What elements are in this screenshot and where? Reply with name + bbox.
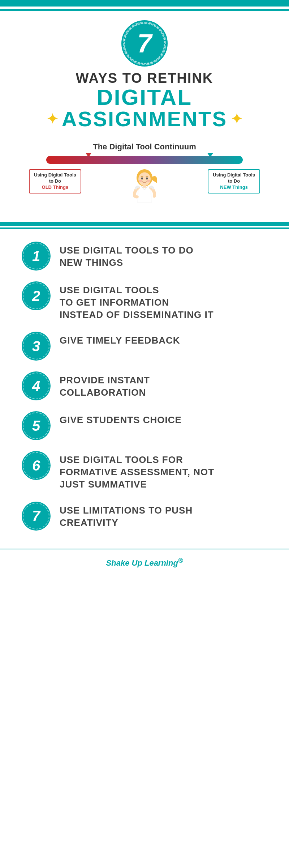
item-text-3: GIVE TIMELY FEEDBACK bbox=[60, 332, 180, 347]
item-number-1: 1 bbox=[32, 248, 40, 264]
digital-heading: DIGITAL bbox=[22, 86, 267, 109]
svg-point-2 bbox=[141, 177, 143, 179]
shake-up-learning-label: Shake Up Learning® bbox=[106, 558, 183, 567]
item-text-7: USE LIMITATIONS TO PUSHCREATIVITY bbox=[60, 502, 193, 529]
new-accent: NEW Things bbox=[220, 184, 248, 190]
item-circle-1: 1 bbox=[22, 242, 51, 271]
item-text-4: PROVIDE INSTANTCOLLABORATION bbox=[60, 371, 150, 399]
item-circle-6: 6 bbox=[22, 451, 51, 480]
brand-text: Shake Up Learning® bbox=[7, 557, 282, 568]
continuum-title: The Digital Tool Continuum bbox=[22, 142, 267, 152]
svg-point-6 bbox=[134, 195, 139, 198]
item-number-4: 4 bbox=[32, 378, 40, 394]
item-number-3: 3 bbox=[32, 338, 40, 354]
item-number-6: 6 bbox=[32, 458, 40, 474]
item-number-5: 5 bbox=[32, 418, 40, 434]
main-number-circle: 7 bbox=[123, 22, 166, 65]
item-number-7: 7 bbox=[32, 508, 40, 524]
list-section: 1 USE DIGITAL TOOLS TO DONEW THINGS 2 US… bbox=[0, 234, 289, 549]
top-bars bbox=[0, 0, 289, 11]
list-item: 5 GIVE STUDENTS CHOICE bbox=[22, 411, 267, 440]
list-item: 3 GIVE TIMELY FEEDBACK bbox=[22, 332, 267, 361]
spark-left-icon: ✦ bbox=[47, 111, 58, 127]
assignments-heading: ASSIGNMENTS bbox=[62, 109, 227, 129]
assignments-row: ✦ ASSIGNMENTS ✦ bbox=[22, 109, 267, 129]
separator-top bbox=[0, 222, 289, 229]
svg-point-3 bbox=[146, 177, 148, 179]
item-circle-5: 5 bbox=[22, 411, 51, 440]
main-number: 7 bbox=[137, 30, 152, 56]
list-item: 6 USE DIGITAL TOOLS FORFORMATIVE ASSESSM… bbox=[22, 451, 267, 490]
sep-thin bbox=[0, 227, 289, 229]
svg-rect-7 bbox=[143, 184, 146, 187]
spark-right-icon: ✦ bbox=[231, 111, 242, 127]
gradient-bar-container bbox=[46, 156, 243, 164]
registered-symbol: ® bbox=[178, 557, 183, 564]
item-text-1: USE DIGITAL TOOLS TO DONEW THINGS bbox=[60, 242, 194, 269]
label-old-things: Using Digital Toolsto DoOLD Things bbox=[29, 169, 81, 193]
continuum-labels: Using Digital Toolsto DoOLD Things bbox=[22, 169, 267, 209]
list-item: 1 USE DIGITAL TOOLS TO DONEW THINGS bbox=[22, 242, 267, 271]
header-section: 7 WAYS TO RETHINK DIGITAL ✦ ASSIGNMENTS … bbox=[0, 11, 289, 139]
item-circle-4: 4 bbox=[22, 371, 51, 400]
list-item: 4 PROVIDE INSTANTCOLLABORATION bbox=[22, 371, 267, 400]
girl-illustration bbox=[126, 169, 163, 209]
label-new-things: Using Digital Toolsto DoNEW Things bbox=[208, 169, 260, 193]
list-item: 2 USE DIGITAL TOOLSTO GET INFORMATIONINS… bbox=[22, 281, 267, 321]
svg-point-1 bbox=[138, 172, 151, 186]
footer: Shake Up Learning® bbox=[0, 549, 289, 575]
gradient-bar bbox=[46, 156, 243, 164]
svg-point-5 bbox=[147, 180, 150, 182]
continuum-section: The Digital Tool Continuum Using Digital… bbox=[0, 139, 289, 216]
item-text-6: USE DIGITAL TOOLS FORFORMATIVE ASSESSMEN… bbox=[60, 451, 214, 490]
item-circle-7: 7 bbox=[22, 502, 51, 531]
old-accent: OLD Things bbox=[42, 184, 69, 190]
item-circle-3: 3 bbox=[22, 332, 51, 361]
sep-thick bbox=[0, 222, 289, 226]
item-text-2: USE DIGITAL TOOLSTO GET INFORMATIONINSTE… bbox=[60, 281, 214, 321]
list-item: 7 USE LIMITATIONS TO PUSHCREATIVITY bbox=[22, 502, 267, 531]
item-number-2: 2 bbox=[32, 288, 40, 304]
item-text-5: GIVE STUDENTS CHOICE bbox=[60, 411, 182, 426]
ways-to-heading: WAYS TO RETHINK bbox=[22, 71, 267, 86]
svg-point-4 bbox=[139, 180, 142, 182]
item-circle-2: 2 bbox=[22, 281, 51, 310]
top-bar-thick bbox=[0, 0, 289, 7]
